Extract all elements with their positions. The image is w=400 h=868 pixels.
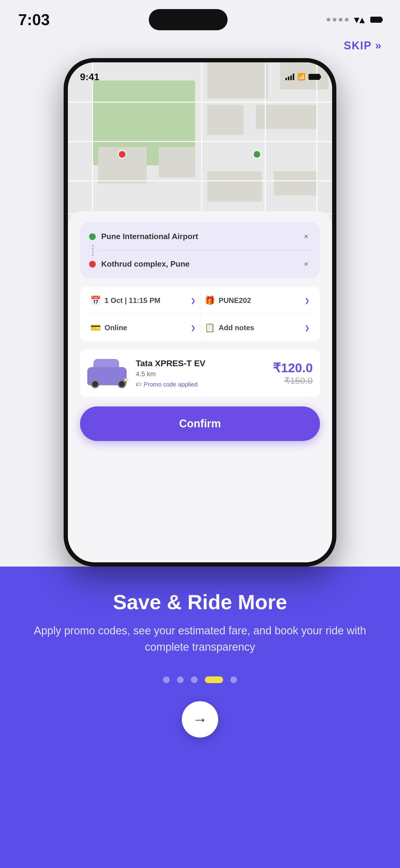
calendar-icon: 📅: [90, 296, 101, 305]
map-pin-destination: [253, 150, 261, 159]
skip-button[interactable]: SKIP »: [344, 39, 382, 52]
next-button[interactable]: →: [182, 701, 218, 738]
map-block-3: [207, 105, 244, 135]
dots-indicator: [163, 676, 237, 683]
signal-dots: [327, 18, 348, 22]
payment-option[interactable]: 💳 Online ❯: [86, 314, 200, 341]
battery-icon: [370, 17, 382, 23]
ride-card: Tata XPRES-T EV 4.5 km 🏷 Promo code appl…: [80, 349, 320, 397]
origin-text: Pune International Airport: [101, 232, 296, 241]
wifi-icon: ▾▴: [354, 13, 365, 26]
location-card: Pune International Airport × Kothrud com…: [80, 222, 320, 278]
dot-1: [163, 676, 170, 683]
origin-close-button[interactable]: ×: [302, 230, 311, 242]
notes-option[interactable]: 📋 Add notes ❯: [200, 314, 314, 341]
ride-distance: 4.5 km: [136, 370, 267, 378]
signal-bar-1: [285, 78, 287, 80]
dynamic-island: [149, 9, 228, 30]
promo-badge: 🏷 Promo code applied: [136, 381, 267, 388]
phone-wifi-icon: 📶: [297, 73, 306, 81]
promo-tag-icon: 🏷: [136, 381, 141, 388]
gift-icon: 🎁: [204, 296, 215, 305]
road-h1: [68, 102, 332, 102]
signal-dot-2: [333, 18, 336, 22]
signal-bar-2: [288, 76, 289, 80]
device-status-icons: ▾▴: [327, 13, 382, 26]
destination-text: Kothrud complex, Pune: [101, 259, 296, 269]
price-original: ₹150.0: [273, 375, 313, 386]
promo-applied-text: Promo code applied: [144, 381, 198, 388]
destination-dot: [89, 261, 96, 268]
location-divider: [89, 245, 311, 256]
signal-bar-4: [293, 73, 294, 80]
skip-row: SKIP »: [0, 33, 400, 58]
options-row-bottom: 💳 Online ❯ 📋 Add notes ❯: [86, 314, 314, 341]
confirm-button[interactable]: Confirm: [80, 406, 320, 441]
bottom-sheet: Pune International Airport × Kothrud com…: [68, 211, 332, 562]
signal-dot-1: [327, 18, 330, 22]
datetime-option[interactable]: 📅 1 Oct | 11:15 PM ❯: [86, 287, 200, 314]
map-block-7: [207, 171, 262, 202]
datetime-chevron: ❯: [191, 297, 196, 304]
options-row-top: 📅 1 Oct | 11:15 PM ❯ 🎁 PUNE202 ❯: [86, 287, 314, 314]
dot-3: [191, 676, 198, 683]
datetime-text: 1 Oct | 11:15 PM: [105, 296, 187, 305]
signal-dot-4: [345, 18, 348, 22]
price-current: ₹120.0: [273, 361, 313, 375]
next-arrow-icon: →: [193, 711, 207, 728]
road-h2: [68, 141, 332, 142]
notes-icon: 📋: [204, 322, 215, 333]
destination-row: Kothrud complex, Pune ×: [89, 258, 311, 270]
car-image: [87, 358, 130, 388]
dot-5: [230, 676, 237, 683]
payment-icon: 💳: [90, 322, 101, 333]
promo-text: PUNE202: [219, 296, 301, 305]
ride-info: Tata XPRES-T EV 4.5 km 🏷 Promo code appl…: [136, 359, 267, 388]
destination-close-button[interactable]: ×: [302, 258, 311, 270]
phone-frame: 9:41 📶 Pu: [64, 58, 336, 566]
map-block-8: [274, 171, 316, 195]
phone-status-bar: 9:41 📶: [68, 62, 332, 87]
car-headlight: [124, 379, 128, 381]
car-wheel-left: [91, 380, 99, 388]
road-h3: [68, 180, 332, 181]
notes-text: Add notes: [219, 323, 301, 332]
promo-section: Save & Ride More Apply promo codes, see …: [0, 566, 400, 868]
device-time: 7:03: [18, 10, 50, 29]
phone-signal-icon: [285, 73, 294, 80]
payment-text: Online: [105, 323, 187, 332]
promo-chevron: ❯: [305, 297, 310, 304]
phone-wrapper: 9:41 📶 Pu: [64, 58, 336, 566]
phone-screen: 9:41 📶 Pu: [68, 62, 332, 562]
dot-2: [177, 676, 183, 683]
origin-dot: [89, 234, 96, 240]
device-status-bar: 7:03 ▾▴: [0, 0, 400, 33]
payment-chevron: ❯: [191, 324, 196, 332]
booking-options-card: 📅 1 Oct | 11:15 PM ❯ 🎁 PUNE202 ❯: [80, 287, 320, 341]
map-pin-origin: [118, 150, 126, 159]
phone-status-icons: 📶: [285, 73, 320, 81]
map-block-6: [159, 147, 195, 177]
promo-option[interactable]: 🎁 PUNE202 ❯: [200, 287, 314, 314]
promo-title: Save & Ride More: [113, 591, 287, 614]
phone-time: 9:41: [80, 71, 99, 83]
signal-bar-3: [290, 75, 292, 80]
ride-name: Tata XPRES-T EV: [136, 359, 267, 368]
location-separator: [99, 250, 311, 251]
promo-description: Apply promo codes, see your estimated fa…: [30, 623, 370, 655]
dot-4-active: [205, 676, 223, 683]
signal-dot-3: [339, 18, 342, 22]
ride-price: ₹120.0 ₹150.0: [273, 361, 313, 386]
car-wheel-right: [118, 380, 126, 388]
dashed-connector: [92, 245, 93, 256]
phone-battery-icon: [309, 74, 320, 80]
notes-chevron: ❯: [305, 324, 310, 332]
origin-row: Pune International Airport ×: [89, 230, 311, 242]
